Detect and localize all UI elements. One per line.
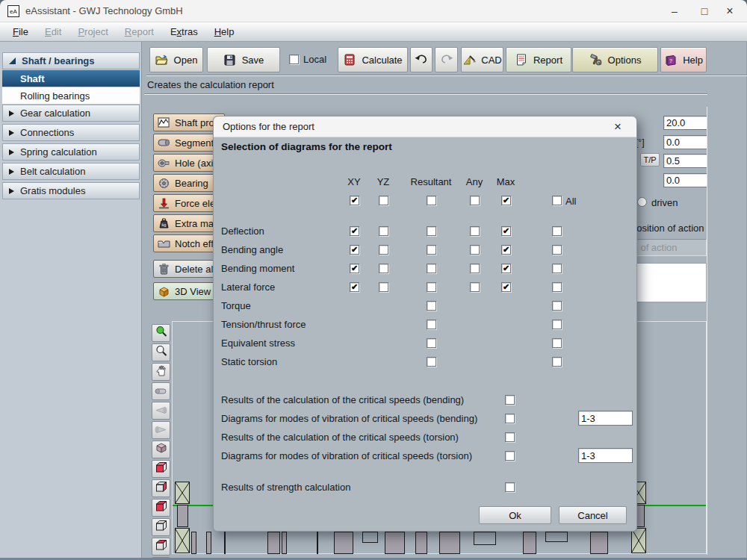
lateral-force-xy-checkbox[interactable]: [350, 282, 359, 292]
view-cylinder-button[interactable]: [152, 382, 170, 400]
bending-angle-max-checkbox[interactable]: [501, 245, 511, 255]
sidebar-item-shaft[interactable]: Shaft: [2, 70, 140, 87]
dialog-title-bar[interactable]: Options for the report: [214, 116, 636, 137]
lateral-force-yz-checkbox[interactable]: [379, 282, 388, 292]
row-label-bending-angle: Bending angle: [221, 244, 283, 255]
param-field-top[interactable]: [663, 116, 707, 130]
modes-vibration-torsion-checkbox[interactable]: [505, 451, 515, 461]
button-label: Delete all: [175, 264, 215, 275]
check-all-yz[interactable]: [379, 196, 388, 205]
modes-vibration-bending-checkbox[interactable]: [505, 414, 515, 423]
local-checkbox[interactable]: [289, 55, 299, 64]
sidebar-section-shaft-bearings[interactable]: Shaft / bearings: [2, 52, 140, 69]
save-button[interactable]: Save: [207, 47, 280, 72]
check-all-all[interactable]: [552, 196, 562, 205]
tp-toggle-button[interactable]: T/P: [640, 153, 660, 167]
minimize-button[interactable]: –: [662, 0, 687, 22]
redo-button[interactable]: [435, 47, 458, 72]
bending-angle-xy-checkbox[interactable]: [350, 245, 359, 255]
view-wireframe-button[interactable]: [152, 518, 170, 536]
zoom-in-button[interactable]: [152, 324, 170, 342]
view-cone-right-button[interactable]: [152, 402, 170, 420]
bending-moment-resultant-checkbox[interactable]: [427, 264, 436, 273]
bending-moment-all-checkbox[interactable]: [552, 264, 562, 273]
equivalent-stress-resultant-checkbox[interactable]: [427, 338, 436, 348]
menu-help[interactable]: Help: [206, 22, 243, 42]
help-book-icon: ?: [664, 54, 678, 66]
bending-moment-yz-checkbox[interactable]: [379, 264, 388, 273]
bending-moment-xy-checkbox[interactable]: [350, 264, 359, 273]
cad-button[interactable]: CAD: [461, 47, 503, 72]
critical-speeds-torsion-checkbox[interactable]: [505, 432, 515, 442]
maximize-button[interactable]: □: [692, 0, 717, 22]
calculate-button[interactable]: Calculate: [338, 47, 408, 72]
menu-file[interactable]: File: [4, 22, 37, 42]
view-front-top-button[interactable]: [152, 499, 170, 517]
check-all-any[interactable]: [470, 196, 480, 205]
bending-moment-max-checkbox[interactable]: [501, 264, 511, 273]
window-title: eAssistant - GWJ Technology GmbH: [25, 5, 183, 16]
modes-torsion-range-input[interactable]: [578, 448, 633, 463]
check-all-xy[interactable]: [350, 196, 359, 205]
sidebar-section-label: Spring calculation: [20, 146, 97, 158]
cancel-button[interactable]: Cancel: [559, 506, 627, 524]
param-field-angle[interactable]: [663, 135, 707, 149]
torque-all-checkbox[interactable]: [552, 301, 562, 311]
undo-button[interactable]: [410, 47, 433, 72]
deflection-yz-checkbox[interactable]: [379, 226, 388, 236]
tension-thrust-resultant-checkbox[interactable]: [427, 320, 436, 329]
equivalent-stress-all-checkbox[interactable]: [552, 338, 562, 348]
lateral-force-any-checkbox[interactable]: [470, 282, 480, 292]
close-button[interactable]: ×: [717, 0, 743, 22]
view-iso-button[interactable]: [152, 441, 170, 458]
bending-angle-resultant-checkbox[interactable]: [427, 245, 436, 255]
sidebar-section-spring-calculation[interactable]: Spring calculation: [2, 143, 140, 161]
check-all-max[interactable]: [501, 196, 511, 205]
menu-extras[interactable]: Extras: [162, 22, 206, 42]
critical-speeds-bending-checkbox[interactable]: [505, 395, 515, 405]
open-button[interactable]: Open: [149, 47, 203, 72]
deflection-max-checkbox[interactable]: [501, 226, 511, 236]
view-cone-left-button[interactable]: [152, 421, 170, 439]
collapsed-triangle-icon: [9, 111, 14, 116]
deflection-resultant-checkbox[interactable]: [427, 226, 436, 236]
param-field-bottom[interactable]: [663, 173, 707, 187]
modes-bending-range-input[interactable]: [578, 411, 633, 426]
static-torsion-all-checkbox[interactable]: [552, 357, 562, 367]
shaft-drawing-segment: [191, 532, 196, 554]
bending-moment-any-checkbox[interactable]: [470, 264, 480, 273]
shaft-drawing-segment: [267, 532, 280, 554]
sidebar-section-belt-calculation[interactable]: Belt calculation: [2, 163, 140, 180]
dialog-close-button[interactable]: ×: [605, 116, 630, 137]
torque-resultant-checkbox[interactable]: [427, 301, 436, 311]
sidebar-item-rolling-bearings[interactable]: Rolling bearings: [2, 87, 140, 104]
row-label-modes-vibration-torsion: Diagrams for modes of vibration of criti…: [221, 450, 472, 461]
sidebar-section-connections[interactable]: Connections: [2, 124, 140, 141]
lateral-force-max-checkbox[interactable]: [501, 282, 511, 292]
pan-button[interactable]: [152, 363, 170, 381]
deflection-all-checkbox[interactable]: [552, 226, 562, 236]
sidebar-section-gratis-modules[interactable]: Gratis modules: [2, 182, 140, 199]
sidebar-section-gear-calculation[interactable]: Gear calculation: [2, 105, 140, 122]
bending-angle-all-checkbox[interactable]: [552, 245, 562, 255]
check-all-resultant[interactable]: [427, 196, 436, 205]
view-top-button[interactable]: [152, 538, 170, 556]
zoom-out-button[interactable]: [152, 343, 170, 361]
deflection-xy-checkbox[interactable]: [350, 226, 359, 236]
help-button[interactable]: ? Help: [660, 47, 707, 72]
deflection-any-checkbox[interactable]: [470, 226, 480, 236]
bending-angle-yz-checkbox[interactable]: [379, 245, 388, 255]
driven-radio[interactable]: [637, 197, 647, 207]
param-field-tp[interactable]: [663, 154, 707, 168]
lateral-force-all-checkbox[interactable]: [552, 282, 562, 292]
options-button[interactable]: Options: [572, 47, 658, 72]
static-torsion-resultant-checkbox[interactable]: [427, 357, 436, 367]
ok-button[interactable]: Ok: [479, 506, 551, 524]
tension-thrust-all-checkbox[interactable]: [552, 320, 562, 329]
strength-calculation-checkbox[interactable]: [505, 482, 515, 492]
bending-angle-any-checkbox[interactable]: [470, 245, 480, 255]
report-button[interactable]: Report: [506, 47, 571, 72]
view-front-button[interactable]: [152, 460, 170, 478]
view-right-button[interactable]: [152, 479, 170, 497]
lateral-force-resultant-checkbox[interactable]: [427, 282, 436, 292]
